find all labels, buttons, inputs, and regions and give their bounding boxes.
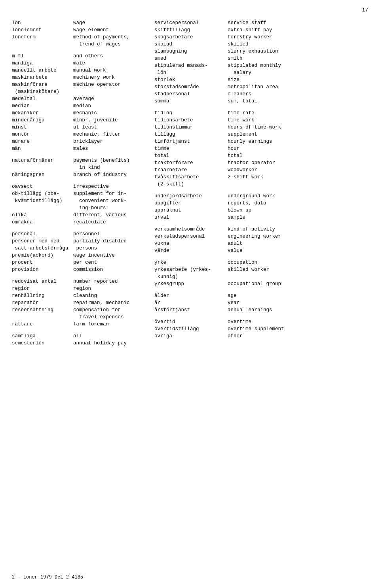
term-line: yrkesarbete (yrkes- — [154, 267, 224, 274]
term-line: metropolitan area — [228, 84, 311, 91]
term-line: ing-hours — [73, 205, 146, 212]
term-line: lön — [154, 70, 224, 77]
term-line: samtliga — [12, 333, 70, 340]
term-line: bricklayer — [73, 138, 146, 146]
term-line: blown up — [228, 207, 311, 214]
term-line: size — [228, 77, 311, 84]
term-line: sample — [228, 214, 311, 221]
gap — [73, 48, 146, 53]
term-line: yrkesgrupp — [154, 281, 224, 288]
term-line: värde — [154, 248, 224, 255]
term-line: extra shift pay — [228, 27, 311, 34]
gap — [12, 153, 70, 157]
four-column-layout: lönlönelementlöneformm flmanligamanuellt… — [12, 20, 368, 347]
term-line: total — [228, 153, 311, 160]
term-line: per cent — [73, 259, 146, 267]
term-line: slurry exhaustion — [228, 48, 311, 55]
term-line: maskinförare — [12, 81, 70, 89]
term-line: method of payments, — [73, 34, 146, 41]
term-line: satt arbetsförmåga — [12, 245, 70, 252]
term-line: personal — [12, 231, 70, 238]
term-line: occupation — [228, 259, 311, 267]
term-line: (maskinskötare) — [12, 89, 70, 96]
term-line: näringsgren — [12, 172, 70, 179]
term-line: timme — [154, 146, 224, 153]
term-line: summa — [154, 98, 224, 105]
term-line: personnel — [73, 231, 146, 238]
term-line: personer med ned- — [12, 238, 70, 245]
term-line: males — [73, 146, 146, 153]
term-line: kind of activity — [228, 226, 311, 233]
term-line: median — [73, 103, 146, 110]
term-line: skifttillägg — [154, 27, 224, 34]
term-line: machine operator — [73, 81, 146, 89]
term-line: kvämtidstillägg) — [12, 198, 70, 205]
term-line: hours of time-work — [228, 124, 311, 131]
term-line: recalculate — [73, 219, 146, 226]
gap — [154, 255, 224, 259]
term-line: mechanic, fitter — [73, 131, 146, 138]
gap — [154, 188, 224, 193]
term-line: naturaförmåner — [12, 157, 70, 164]
term-line: compensation for — [73, 307, 146, 314]
term-line: stipulerad månads- — [154, 62, 224, 70]
term-line: persons — [73, 245, 146, 252]
gap — [228, 255, 311, 259]
term-line: hourly earnings — [228, 138, 311, 146]
term-line: kunnig) — [154, 274, 224, 281]
english-col-2: service staffextra shift payforestry wor… — [228, 20, 311, 347]
term-line: manual work — [73, 67, 146, 74]
term-line: övertidstillägg — [154, 326, 224, 333]
term-line: manuellt arbete — [12, 67, 70, 74]
term-line: salary — [228, 70, 311, 77]
term-line: region — [12, 285, 70, 293]
term-line: tractor operator — [228, 160, 311, 167]
gap — [228, 188, 311, 193]
term-line: städpersonal — [154, 91, 224, 98]
term-line — [12, 41, 70, 48]
term-line: sum, total — [228, 98, 311, 105]
gap — [228, 105, 311, 110]
term-line: forestry worker — [228, 34, 311, 41]
term-line: farm foreman — [73, 321, 146, 328]
gap — [154, 105, 224, 110]
term-line: average — [73, 96, 146, 103]
term-line: yrke — [154, 259, 224, 267]
term-line: timförtjänst — [154, 138, 224, 146]
term-line — [12, 164, 70, 172]
term-line: ob-tillägg (obe- — [12, 191, 70, 198]
term-line: other — [228, 333, 311, 340]
term-line: at least — [73, 124, 146, 131]
term-line: löneform — [12, 34, 70, 41]
term-line: minderåriga — [12, 117, 70, 124]
term-line: occupational group — [228, 281, 311, 288]
term-line: lön — [12, 20, 70, 27]
gap — [73, 274, 146, 278]
term-line: skogsarbetare — [154, 34, 224, 41]
term-line: verkstadspersonal — [154, 233, 224, 240]
term-line: murare — [12, 138, 70, 146]
term-line: woodworker — [228, 167, 311, 174]
gap — [154, 314, 224, 319]
term-line: different, various — [73, 212, 146, 219]
term-line: engineering worker — [228, 233, 311, 240]
term-line: premie(ackord) — [12, 252, 70, 259]
term-line: age — [228, 293, 311, 300]
term-line: tidlönsarbete — [154, 117, 224, 124]
term-line: reports, data — [228, 200, 311, 207]
term-line — [228, 181, 311, 188]
term-line: underground work — [228, 193, 311, 200]
term-line: urval — [154, 214, 224, 221]
term-line: slamsugning — [154, 48, 224, 55]
term-line — [73, 89, 146, 96]
term-line: 2-shift work — [228, 174, 311, 181]
term-line: number reported — [73, 278, 146, 285]
term-line: män — [12, 146, 70, 153]
term-line: irrespective — [73, 183, 146, 191]
term-line: wage element — [73, 27, 146, 34]
english-col-1: wagewage elementmethod of payments, tren… — [73, 20, 154, 347]
term-line: annual holiday pay — [73, 340, 146, 347]
term-line: reparatör — [12, 300, 70, 307]
term-line: total — [154, 153, 224, 160]
term-line: partially disabled — [73, 238, 146, 245]
